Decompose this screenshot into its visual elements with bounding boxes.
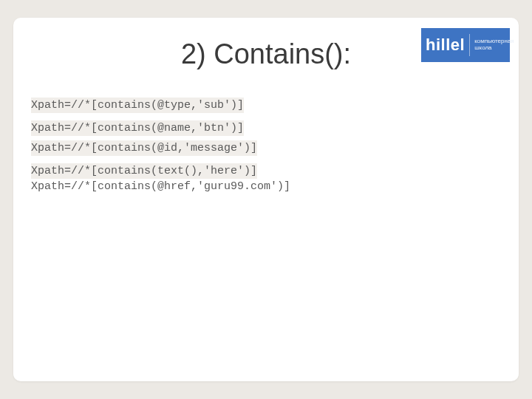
code-line: Xpath=//*[contains(text(),'here')] <box>31 163 257 179</box>
code-line: Xpath=//*[contains(@id,'message')] <box>31 140 257 156</box>
code-line: Xpath=//*[contains(@name,'btn')] <box>31 120 244 136</box>
logo-separator-icon <box>469 34 470 56</box>
logo-subtext: компьютерная школа <box>474 38 514 52</box>
slide: 2) Contains(): hillel компьютерная школа… <box>13 18 519 381</box>
code-block: Xpath=//*[contains(@type,'sub')] Xpath=/… <box>31 98 501 194</box>
logo-badge: hillel компьютерная школа <box>421 28 510 62</box>
code-line: Xpath=//*[contains(@href,'guru99.com')] <box>31 179 290 194</box>
logo-brand: hillel <box>426 35 465 55</box>
code-line: Xpath=//*[contains(@type,'sub')] <box>31 98 244 113</box>
